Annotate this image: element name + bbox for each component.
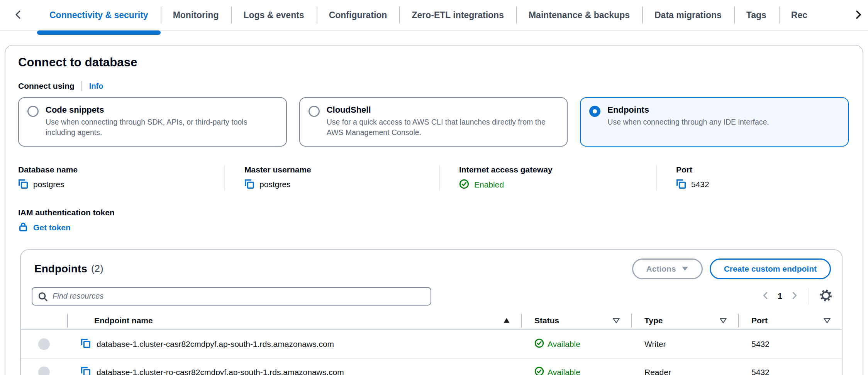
row-radio-disabled[interactable]: [38, 338, 50, 350]
field-value: Enabled: [474, 180, 504, 189]
status-text: Available: [548, 368, 580, 375]
option-description: Use for a quick access to AWS CLI that l…: [327, 117, 558, 138]
column-divider: [67, 314, 68, 328]
column-divider: [738, 314, 739, 328]
copy-endpoint-button[interactable]: [81, 367, 91, 375]
option-card-code-snippets[interactable]: Code snippets Use when connecting throug…: [18, 97, 287, 147]
info-link[interactable]: Info: [89, 82, 103, 91]
endpoints-toolbar: 1: [21, 279, 842, 306]
type-text: Writer: [644, 340, 666, 349]
option-title: Endpoints: [607, 105, 769, 115]
tab-label: Tags: [746, 10, 766, 20]
copy-icon: [244, 179, 254, 190]
copy-icon: [81, 338, 91, 350]
field-value: 5432: [691, 180, 709, 189]
field-database-name: Database name postgres: [18, 165, 224, 191]
iam-authentication-section: IAM authentication token Get token: [18, 208, 849, 234]
tab-label: Rec: [791, 10, 807, 20]
actions-button[interactable]: Actions: [632, 258, 703, 279]
endpoints-header: Endpoints (2) Actions Create custom endp…: [21, 250, 842, 279]
current-page-number: 1: [778, 291, 782, 301]
field-label: Internet access gateway: [459, 165, 644, 174]
find-resources-input[interactable]: [32, 287, 431, 306]
tab-data-migrations[interactable]: Data migrations: [642, 0, 734, 30]
copy-master-username-button[interactable]: [244, 179, 254, 190]
field-label: Database name: [18, 165, 213, 174]
table-header-row: Endpoint name Status Typ: [21, 312, 842, 330]
tab-maintenance-backups[interactable]: Maintenance & backups: [516, 0, 642, 30]
divider: [809, 288, 809, 304]
tab-label: Connectivity & security: [49, 10, 148, 20]
option-card-endpoints[interactable]: Endpoints Use when connecting through an…: [580, 97, 849, 147]
tab-label: Maintenance & backups: [529, 10, 630, 20]
column-label: Status: [534, 316, 559, 325]
tab-recommendations-clipped[interactable]: Rec: [779, 0, 807, 30]
radio-unchecked-icon[interactable]: [309, 106, 320, 117]
copy-icon: [81, 367, 91, 375]
get-token-link[interactable]: Get token: [18, 222, 71, 234]
create-custom-endpoint-button[interactable]: Create custom endpoint: [710, 258, 831, 279]
option-content: CloudShell Use for a quick access to AWS…: [327, 105, 558, 138]
sort-toggle-icon[interactable]: [823, 318, 831, 324]
copy-database-name-button[interactable]: [18, 179, 28, 190]
endpoints-count: (2): [91, 263, 103, 275]
pagination: 1: [761, 288, 832, 304]
type-text: Reader: [644, 368, 671, 375]
next-page-button[interactable]: [790, 291, 798, 302]
column-header-status[interactable]: Status: [521, 316, 631, 325]
column-header-endpoint-name[interactable]: Endpoint name: [67, 316, 521, 325]
option-content: Code snippets Use when connecting throug…: [46, 105, 277, 138]
status-badge: Available: [534, 367, 580, 375]
tab-monitoring[interactable]: Monitoring: [161, 0, 231, 30]
tab-tags[interactable]: Tags: [734, 0, 779, 30]
option-content: Endpoints Use when connecting through an…: [607, 105, 769, 127]
divider: [81, 81, 82, 91]
search-box: [32, 287, 431, 306]
tab-logs-events[interactable]: Logs & events: [231, 0, 316, 30]
table-settings-button[interactable]: [819, 289, 832, 303]
field-internet-access-gateway: Internet access gateway Enabled: [439, 165, 656, 191]
option-title: Code snippets: [46, 105, 277, 115]
page-title: Connect to database: [18, 56, 849, 69]
radio-checked-icon[interactable]: [589, 106, 600, 117]
field-value: postgres: [259, 180, 291, 189]
option-card-cloudshell[interactable]: CloudShell Use for a quick access to AWS…: [299, 97, 568, 147]
copy-icon: [18, 179, 28, 190]
check-circle-icon: [534, 338, 544, 350]
tab-bar: Connectivity & security Monitoring Logs …: [0, 0, 868, 31]
search-icon: [38, 292, 48, 303]
column-header-type[interactable]: Type: [631, 316, 738, 325]
field-label: Master username: [244, 165, 427, 174]
row-radio-disabled[interactable]: [38, 367, 50, 375]
chevron-left-icon: [14, 9, 23, 22]
tabs-scroll-right-button[interactable]: [853, 9, 863, 22]
port-text: 5432: [751, 368, 770, 375]
previous-page-button[interactable]: [761, 291, 770, 302]
sort-ascending-icon[interactable]: [503, 318, 510, 323]
radio-unchecked-icon[interactable]: [27, 106, 39, 117]
option-title: CloudShell: [327, 105, 558, 115]
connect-to-database-panel: Connect to database Connect using Info C…: [5, 45, 863, 375]
table-row[interactable]: database-1.cluster-casr82cmdpyf.ap-south…: [21, 330, 842, 358]
copy-port-button[interactable]: [676, 179, 686, 190]
rds-connectivity-page: Connectivity & security Monitoring Logs …: [0, 0, 868, 375]
sort-toggle-icon[interactable]: [719, 318, 727, 324]
table-row[interactable]: database-1.cluster-ro-casr82cmdpyf.ap-so…: [21, 358, 842, 375]
sort-toggle-icon[interactable]: [612, 318, 620, 324]
tab-label: Logs & events: [243, 10, 304, 20]
tabs-scroll-left-button[interactable]: [0, 0, 37, 30]
tab-connectivity-security[interactable]: Connectivity & security: [37, 0, 161, 30]
endpoints-card: Endpoints (2) Actions Create custom endp…: [20, 249, 843, 375]
copy-endpoint-button[interactable]: [81, 338, 91, 350]
tab-label: Configuration: [329, 10, 387, 20]
chevron-left-icon: [761, 291, 770, 302]
column-header-port[interactable]: Port: [738, 316, 842, 325]
endpoints-table: Endpoint name Status Typ: [21, 312, 842, 375]
chevron-right-icon: [853, 9, 863, 22]
iam-label: IAM authentication token: [18, 208, 849, 217]
endpoint-name: database-1.cluster-ro-casr82cmdpyf.ap-so…: [97, 368, 344, 375]
status-text: Available: [548, 340, 580, 349]
connect-options: Code snippets Use when connecting throug…: [18, 97, 849, 147]
tab-zero-etl-integrations[interactable]: Zero-ETL integrations: [399, 0, 516, 30]
tab-configuration[interactable]: Configuration: [317, 0, 400, 30]
